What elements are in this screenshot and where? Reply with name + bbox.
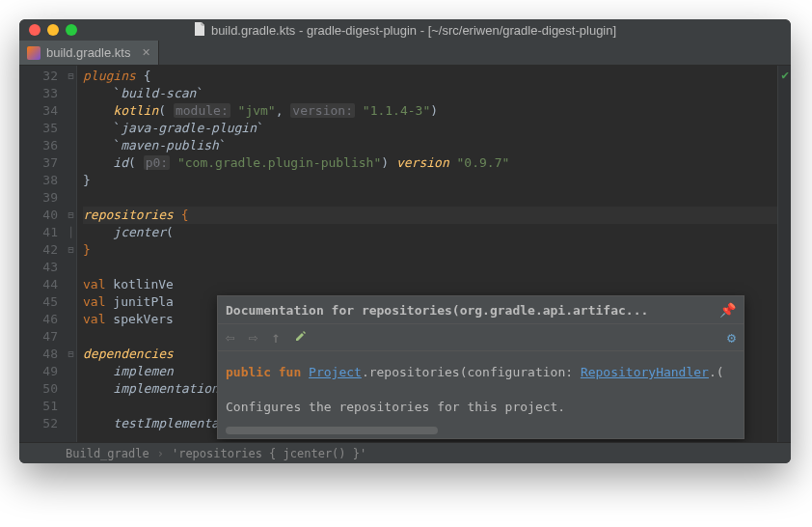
gear-icon[interactable]: ⚙ bbox=[727, 329, 736, 347]
doc-link-project[interactable]: Project bbox=[309, 365, 362, 379]
doc-description: Configures the repositories for this pro… bbox=[226, 398, 736, 417]
tab-build-gradle-kts[interactable]: build.gradle.kts ✕ bbox=[19, 41, 159, 65]
tab-label: build.gradle.kts bbox=[46, 45, 130, 60]
forward-icon[interactable]: ⇨ bbox=[249, 328, 258, 347]
doc-toolbar: ⇦ ⇨ ↑ ⚙ bbox=[218, 323, 744, 351]
doc-signature: public fun Project.repositories(configur… bbox=[226, 363, 736, 382]
ide-window: build.gradle.kts - gradle-digest-plugin … bbox=[19, 19, 791, 463]
back-icon[interactable]: ⇦ bbox=[226, 328, 235, 347]
tab-bar: build.gradle.kts ✕ bbox=[19, 41, 791, 66]
editor-horizontal-scrollbar[interactable] bbox=[77, 434, 777, 442]
inspection-ok-icon[interactable]: ✔ bbox=[781, 68, 789, 82]
window-title-text: build.gradle.kts - gradle-digest-plugin … bbox=[211, 23, 616, 38]
close-tab-icon[interactable]: ✕ bbox=[142, 46, 150, 59]
documentation-popup[interactable]: Documentation for repositories(org.gradl… bbox=[217, 295, 744, 439]
window-title: build.gradle.kts - gradle-digest-plugin … bbox=[19, 22, 791, 39]
doc-header: Documentation for repositories(org.gradl… bbox=[218, 296, 744, 323]
fold-gutter[interactable]: ⊟⊟│⊟⊟ bbox=[66, 66, 77, 442]
marker-gutter[interactable]: ✔ bbox=[777, 66, 791, 442]
edit-source-icon[interactable] bbox=[294, 329, 308, 346]
doc-title: Documentation for repositories(org.gradl… bbox=[226, 303, 712, 318]
titlebar[interactable]: build.gradle.kts - gradle-digest-plugin … bbox=[19, 19, 791, 41]
line-number-gutter[interactable]: 3233343536373839404142434445464748495051… bbox=[19, 66, 66, 442]
file-icon bbox=[194, 22, 205, 39]
doc-horizontal-scrollbar[interactable] bbox=[226, 427, 438, 434]
editor: 3233343536373839404142434445464748495051… bbox=[19, 66, 791, 442]
up-icon[interactable]: ↑ bbox=[271, 328, 281, 347]
breadcrumb-item[interactable]: Build_gradle bbox=[66, 447, 149, 460]
breadcrumb-bar[interactable]: Build_gradle › 'repositories { jcenter()… bbox=[19, 442, 791, 463]
breadcrumb-separator: › bbox=[157, 447, 164, 460]
kotlin-file-icon bbox=[27, 46, 41, 60]
pin-icon[interactable]: 📌 bbox=[719, 302, 736, 318]
doc-body[interactable]: public fun Project.repositories(configur… bbox=[218, 351, 744, 438]
doc-link-repohandler[interactable]: RepositoryHandler bbox=[581, 365, 709, 379]
breadcrumb-item[interactable]: 'repositories { jcenter() }' bbox=[172, 447, 366, 460]
